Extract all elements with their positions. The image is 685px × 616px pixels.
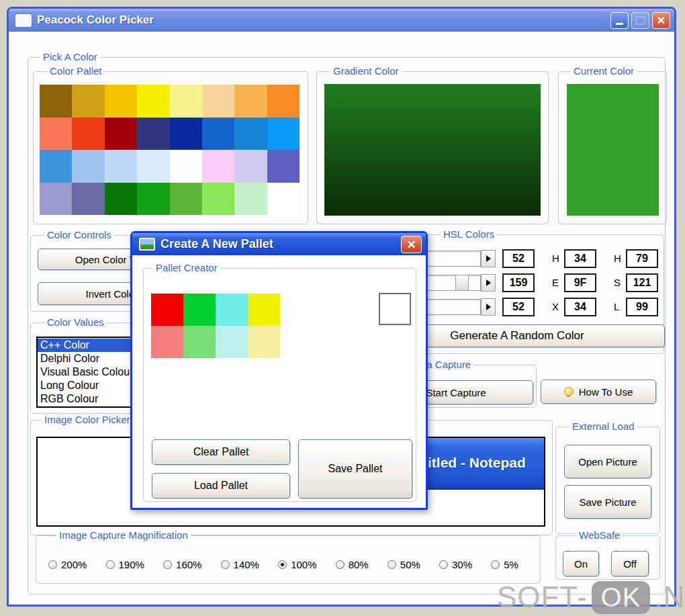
pallet-swatch[interactable]: [72, 85, 104, 118]
hsl-value-field-3[interactable]: 99: [626, 298, 658, 316]
gradient-color-label: Gradient Color: [330, 65, 402, 77]
dialog-close-button[interactable]: ✕: [401, 236, 422, 253]
pallet-swatch[interactable]: [137, 85, 169, 118]
maximize-icon: [635, 16, 645, 25]
hex-value-field-2[interactable]: 9F: [564, 273, 596, 292]
red-scroll-arrow[interactable]: [481, 250, 496, 267]
open-picture-button[interactable]: Open Picture: [564, 445, 651, 478]
creator-swatch[interactable]: [248, 326, 280, 358]
blue-scroll-arrow[interactable]: [481, 298, 496, 316]
color-pallet-group: Color Pallet: [33, 71, 308, 224]
pallet-swatch[interactable]: [170, 85, 202, 118]
bulb-icon: [564, 387, 574, 396]
blue-value-field[interactable]: 52: [502, 298, 535, 316]
maximize-button[interactable]: [631, 12, 649, 29]
pallet-swatch[interactable]: [170, 183, 202, 216]
pallet-swatch[interactable]: [267, 118, 300, 150]
load-pallet-button[interactable]: Load Pallet: [152, 473, 290, 498]
pallet-swatch[interactable]: [40, 183, 72, 216]
dialog-title: Create A New Pallet: [161, 237, 273, 251]
save-pallet-button[interactable]: Save Pallet: [298, 439, 412, 498]
pallet-swatch[interactable]: [137, 118, 169, 150]
creator-swatch[interactable]: [183, 326, 216, 358]
websafe-label: WebSafe: [576, 529, 623, 541]
minimize-icon: [616, 23, 623, 25]
radio-icon: [336, 560, 345, 569]
pallet-swatch[interactable]: [137, 150, 169, 183]
magnification-radio-50pct[interactable]: 50%: [387, 559, 420, 570]
green-scroll-thumb[interactable]: [455, 275, 469, 291]
close-button[interactable]: ✕: [652, 12, 670, 29]
pallet-swatch[interactable]: [202, 150, 234, 183]
radio-icon: [491, 560, 500, 569]
websafe-off-button[interactable]: Off: [611, 551, 649, 576]
creator-swatch[interactable]: [248, 294, 280, 326]
green-value-field[interactable]: 159: [502, 273, 535, 292]
window-title: Peacock Color Picker: [37, 13, 154, 27]
pallet-swatch[interactable]: [40, 118, 72, 150]
magnification-radio-80pct[interactable]: 80%: [336, 559, 369, 570]
magnification-radio-200pct[interactable]: 200%: [48, 559, 87, 570]
save-picture-button[interactable]: Save Picture: [564, 485, 651, 519]
hsl-letter-3: L: [614, 301, 619, 312]
pallet-swatch[interactable]: [234, 85, 267, 118]
radio-icon: [106, 560, 115, 569]
pallet-swatch[interactable]: [202, 85, 234, 118]
creator-swatch-grid: [151, 294, 280, 358]
magnification-label: Image Capture Magnification: [56, 529, 191, 541]
pallet-swatch[interactable]: [202, 118, 234, 150]
hex-value-field-3[interactable]: 34: [564, 298, 596, 316]
pallet-swatch[interactable]: [234, 118, 267, 150]
color-pallet-grid: [40, 85, 300, 215]
creator-swatch[interactable]: [216, 326, 248, 358]
pallet-swatch[interactable]: [72, 150, 104, 183]
pallet-swatch[interactable]: [267, 85, 300, 118]
radio-label: 100%: [291, 559, 316, 570]
pallet-swatch[interactable]: [72, 118, 104, 150]
magnification-radio-190pct[interactable]: 190%: [106, 559, 144, 570]
pallet-swatch[interactable]: [105, 150, 137, 183]
hsl-value-field-1[interactable]: 79: [626, 249, 658, 268]
gradient-color-swatch[interactable]: [324, 84, 541, 216]
pallet-swatch[interactable]: [105, 118, 137, 150]
magnification-radio-30pct[interactable]: 30%: [439, 559, 472, 570]
pallet-swatch[interactable]: [170, 118, 202, 150]
empty-swatch[interactable]: [379, 293, 411, 325]
radio-icon: [163, 560, 172, 569]
magnification-radio-5pct[interactable]: 5%: [491, 559, 518, 570]
pallet-swatch[interactable]: [234, 150, 267, 183]
pallet-swatch[interactable]: [137, 183, 169, 216]
pallet-swatch[interactable]: [40, 85, 72, 118]
magnification-radio-100pct[interactable]: 100%: [278, 559, 316, 570]
magnification-radio-160pct[interactable]: 160%: [163, 559, 201, 570]
pallet-swatch[interactable]: [170, 150, 202, 183]
green-scroll-arrow[interactable]: [481, 274, 496, 292]
watermark-badge: OK: [592, 581, 651, 614]
radio-label: 190%: [119, 559, 144, 570]
watermark: SOFT- OK .NET: [497, 580, 685, 614]
websafe-on-button[interactable]: On: [563, 551, 599, 576]
magnification-group: Image Capture Magnification 200%190%160%…: [36, 535, 541, 584]
creator-swatch[interactable]: [183, 294, 216, 326]
dialog-title-bar: Create A New Pallet: [132, 233, 426, 255]
how-to-use-button[interactable]: How To Use: [541, 380, 656, 404]
pallet-swatch[interactable]: [72, 183, 104, 216]
magnification-radio-140pct[interactable]: 140%: [221, 559, 259, 570]
pallet-swatch[interactable]: [267, 183, 300, 216]
pallet-swatch[interactable]: [267, 150, 300, 183]
hsl-value-field-2[interactable]: 121: [626, 273, 658, 292]
creator-swatch[interactable]: [151, 294, 183, 326]
pallet-swatch[interactable]: [202, 183, 234, 216]
minimize-button[interactable]: [610, 12, 629, 29]
pallet-swatch[interactable]: [105, 85, 137, 118]
websafe-group: WebSafe On Off: [555, 535, 660, 580]
creator-swatch[interactable]: [216, 294, 248, 326]
pallet-swatch[interactable]: [105, 183, 137, 216]
red-value-field[interactable]: 52: [502, 249, 535, 268]
hex-value-field-1[interactable]: 34: [564, 249, 596, 268]
pallet-swatch[interactable]: [234, 183, 267, 216]
clear-pallet-button[interactable]: Clear Pallet: [152, 439, 290, 465]
watermark-suffix: .NET: [654, 580, 685, 614]
pallet-swatch[interactable]: [40, 150, 72, 183]
creator-swatch[interactable]: [151, 326, 183, 358]
